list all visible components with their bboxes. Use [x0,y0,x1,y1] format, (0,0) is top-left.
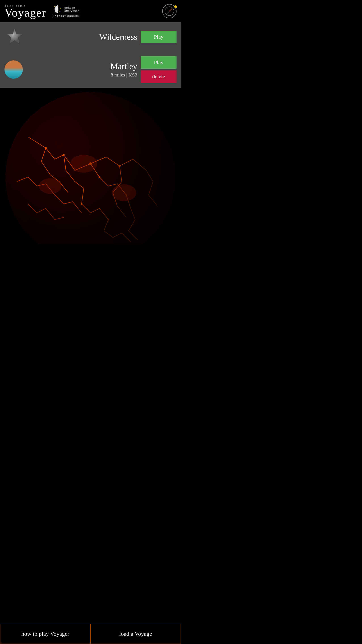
martley-card: Martley 8 miles | KS3 Play delete [0,52,181,88]
wilderness-info: Wilderness [28,32,137,42]
svg-text:★: ★ [54,6,55,8]
svg-text:★: ★ [53,9,54,10]
lottery-logo: ★ ★ ★ ★ ★ heritage lottery fund [53,5,79,14]
svg-point-22 [70,155,97,173]
martley-actions: Play delete [141,56,177,83]
martley-subtitle: 8 miles | KS3 [26,72,137,78]
app-header: deep time Voyager ★ ★ ★ ★ ★ heritage lot… [0,0,181,22]
lava-planet [5,92,175,244]
martley-info: Martley 8 miles | KS3 [26,61,137,78]
lottery-heritage: heritage [63,6,79,10]
lottery-text: heritage lottery fund [63,6,79,12]
svg-text:★: ★ [59,11,60,12]
lava-texture [5,92,175,244]
martley-delete-button[interactable]: delete [141,70,177,83]
svg-line-7 [167,11,169,14]
voyager-label: Voyager [4,7,46,18]
wilderness-play-button[interactable]: Play [141,31,177,43]
martley-title: Martley [26,61,137,71]
martley-thumbnail [4,60,23,79]
wilderness-actions: Play [141,31,177,43]
lottery-funded-text: LOTTERY FUNDED [53,15,79,18]
app-logo: deep time Voyager [4,4,46,18]
svg-line-6 [169,9,172,11]
lottery-badge: ★ ★ ★ ★ ★ heritage lottery fund LOTTERY … [53,5,79,18]
star-fossil-icon [5,28,23,46]
notification-dot [174,5,177,8]
svg-text:★: ★ [60,8,61,9]
svg-text:★: ★ [58,5,59,6]
wilderness-thumbnail [4,27,24,47]
svg-point-23 [39,178,61,194]
martley-play-button[interactable]: Play [141,56,177,69]
planet-section [0,88,181,244]
lottery-hand-icon: ★ ★ ★ ★ ★ [53,5,62,14]
compass-icon [164,6,174,16]
content-spacer [0,244,181,300]
wilderness-card: Wilderness Play [0,22,181,52]
compass-button[interactable] [162,4,177,18]
svg-point-24 [112,184,136,201]
wilderness-title: Wilderness [28,32,137,42]
lottery-fund-label: lottery fund [63,10,79,12]
